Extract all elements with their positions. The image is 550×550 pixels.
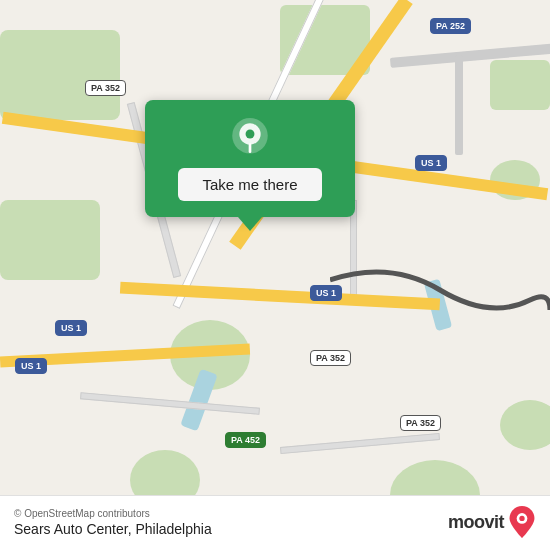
road <box>455 55 463 155</box>
badge-pa452: PA 452 <box>225 432 266 448</box>
svg-point-4 <box>519 516 524 521</box>
location-name: Sears Auto Center, Philadelphia <box>14 521 212 537</box>
attribution: © OpenStreetMap contributors <box>14 508 212 519</box>
badge-us1-mid: US 1 <box>310 285 342 301</box>
location-popup: Take me there <box>145 100 355 217</box>
moovit-text: moovit <box>448 512 504 533</box>
bottom-left: © OpenStreetMap contributors Sears Auto … <box>14 508 212 537</box>
badge-pa352-bottom: PA 352 <box>400 415 441 431</box>
svg-point-2 <box>246 130 255 139</box>
badge-pa252: PA 252 <box>430 18 471 34</box>
badge-us1-bottom-left: US 1 <box>15 358 47 374</box>
curved-road <box>330 250 550 410</box>
badge-us1-right: US 1 <box>415 155 447 171</box>
green-area <box>0 200 100 280</box>
map-container: PA 252 PA 352 US 1 US 1 US 1 US 1 PA 352… <box>0 0 550 550</box>
take-me-there-button[interactable]: Take me there <box>178 168 321 201</box>
green-area <box>490 60 550 110</box>
moovit-pin-icon <box>508 506 536 538</box>
moovit-logo: moovit <box>448 506 536 538</box>
badge-pa352-top: PA 352 <box>85 80 126 96</box>
location-pin-icon <box>230 118 270 158</box>
green-area <box>0 30 120 120</box>
badge-pa352-mid: PA 352 <box>310 350 351 366</box>
bottom-bar: © OpenStreetMap contributors Sears Auto … <box>0 495 550 550</box>
badge-us1-left: US 1 <box>55 320 87 336</box>
